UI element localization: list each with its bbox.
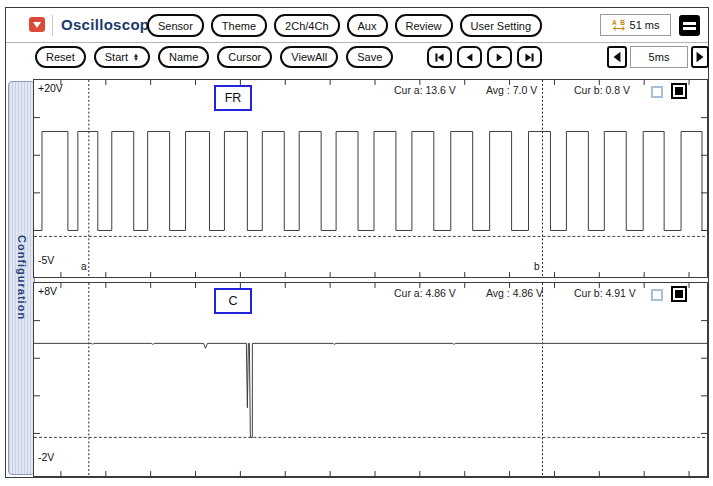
down-triangle-icon — [33, 22, 41, 28]
app-title: Oscilloscope — [61, 16, 158, 33]
cursor-b-readout: Cur b: 0.8 V — [574, 84, 630, 96]
start-button[interactable]: Start ▲▼ — [94, 46, 150, 68]
step-forward-icon — [493, 51, 506, 64]
cursor-b-mark: b — [534, 261, 540, 272]
cursor-a-readout: Cur a: 4.86 V — [394, 287, 456, 299]
name-button[interactable]: Name — [158, 46, 209, 68]
app-icon[interactable] — [29, 17, 45, 32]
header-button-group: Sensor Theme 2Ch/4Ch Aux Review User Set… — [147, 14, 542, 37]
start-button-label: Start — [105, 51, 128, 63]
vmax-label: +20V — [38, 82, 63, 94]
right-arrow-icon — [694, 50, 706, 64]
checkbox-checked[interactable] — [671, 83, 687, 99]
skip-start-icon — [433, 51, 446, 64]
skip-end-icon — [523, 51, 536, 64]
timebase-group: 5ms — [607, 46, 709, 68]
cursor-interval-icon: A B — [612, 19, 626, 32]
vmin-label: -2V — [38, 451, 54, 463]
aux-button[interactable]: Aux — [347, 14, 388, 37]
checkbox-fill — [675, 87, 683, 95]
measure-time-value: 51 ms — [630, 19, 660, 31]
configuration-tab[interactable]: Configuration — [8, 81, 35, 475]
user-setting-button[interactable]: User Setting — [460, 14, 543, 37]
skip-end-button[interactable] — [517, 46, 542, 68]
configuration-label: Configuration — [16, 235, 28, 320]
measure-time-display[interactable]: A B 51 ms — [600, 14, 671, 36]
control-button-group: Reset Start ▲▼ Name Cursor ViewAll Save — [35, 46, 393, 68]
checkbox-unchecked[interactable] — [651, 289, 663, 301]
channel-name: C — [228, 294, 237, 308]
reset-button[interactable]: Reset — [35, 46, 86, 68]
timebase-decrease-button[interactable] — [607, 46, 627, 68]
scope-panel-c: +8V -2V C Cur a: 4.86 V Avg : 4.86 V Cur… — [33, 282, 708, 477]
vmin-label: -5V — [38, 254, 54, 266]
checkbox-fill — [675, 290, 683, 298]
checkbox-checked[interactable] — [671, 286, 687, 302]
average-readout: Avg : 4.86 V — [486, 287, 543, 299]
save-button[interactable]: Save — [346, 46, 393, 68]
cursor-b-readout: Cur b: 4.91 V — [574, 287, 636, 299]
average-readout: Avg : 7.0 V — [486, 84, 537, 96]
theme-button[interactable]: Theme — [211, 14, 267, 37]
scope-panel-fr: +20V -5V FR Cur a: 13.6 V Avg : 7.0 V Cu… — [33, 79, 708, 278]
menu-bar — [683, 22, 696, 25]
sensor-button[interactable]: Sensor — [147, 14, 204, 37]
step-back-icon — [463, 51, 476, 64]
vmax-label: +8V — [38, 285, 57, 297]
channel-name: FR — [225, 91, 242, 105]
svg-text:B: B — [620, 19, 625, 26]
cursor-button[interactable]: Cursor — [217, 46, 272, 68]
svg-text:A: A — [612, 19, 617, 26]
oscilloscope-window: Oscilloscope Sensor Theme 2Ch/4Ch Aux Re… — [5, 7, 709, 478]
cursor-a-readout: Cur a: 13.6 V — [394, 84, 456, 96]
cursor-a-mark: a — [81, 261, 87, 272]
playback-group — [427, 46, 542, 68]
left-arrow-icon — [611, 50, 623, 64]
viewall-button[interactable]: ViewAll — [280, 46, 338, 68]
checkbox-unchecked[interactable] — [651, 86, 663, 98]
skip-start-button[interactable] — [427, 46, 452, 68]
review-button[interactable]: Review — [395, 14, 453, 37]
title-divider — [52, 15, 53, 36]
menu-icon[interactable] — [679, 15, 700, 36]
waveform-plot-c — [34, 283, 707, 476]
menu-bar — [683, 27, 696, 30]
timebase-value[interactable]: 5ms — [630, 46, 688, 68]
spinner-arrows-icon: ▲▼ — [133, 53, 139, 61]
toolbar-separator — [6, 42, 708, 43]
waveform-plot-fr — [34, 80, 707, 277]
step-forward-button[interactable] — [487, 46, 512, 68]
channel-badge: C — [214, 288, 252, 314]
channel-mode-button[interactable]: 2Ch/4Ch — [274, 14, 339, 37]
step-back-button[interactable] — [457, 46, 482, 68]
channel-badge: FR — [214, 85, 252, 111]
timebase-increase-button[interactable] — [691, 46, 709, 68]
